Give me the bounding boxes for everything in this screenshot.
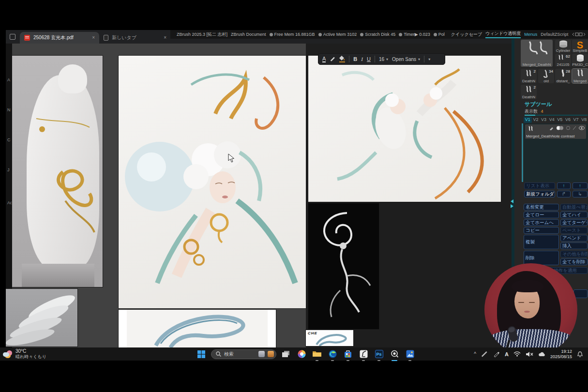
search-highlight-thumb[interactable]: [258, 351, 265, 357]
more-options-chevron-icon[interactable]: ▾: [428, 57, 430, 61]
rename-button[interactable]: 名前変更: [524, 204, 559, 211]
move-up-button[interactable]: ↑: [557, 182, 571, 189]
tool-item[interactable]: 2 DeathN: [521, 85, 537, 99]
delete-other-button[interactable]: その他を削除: [560, 251, 588, 257]
duplicate-button[interactable]: 複製: [524, 235, 559, 249]
tab-close-icon[interactable]: ×: [164, 35, 166, 40]
new-folder-button[interactable]: 新規フォルダ: [524, 191, 555, 197]
taskbar-app-zbrush[interactable]: [358, 348, 369, 360]
taskbar-app-microsoft-store[interactable]: [342, 348, 354, 360]
visibility-eye-icon[interactable]: [579, 126, 585, 130]
italic-button[interactable]: I: [361, 56, 363, 62]
tool-item[interactable]: Merged_DeathN: [521, 40, 553, 67]
tab-new[interactable]: 新しいタブ ×: [99, 32, 171, 44]
list-view-button[interactable]: リスト表示: [524, 182, 555, 189]
panel-collapse-arrows-icon[interactable]: [508, 198, 515, 209]
all-target-button[interactable]: 全てターゲットへ: [560, 219, 588, 226]
tab-v6[interactable]: V6: [564, 117, 572, 123]
polypaint-brush-icon[interactable]: [549, 126, 554, 130]
branch-arrow-button[interactable]: ↳: [573, 191, 588, 197]
tool-item[interactable]: Cylinder: [555, 40, 571, 53]
tab-v5[interactable]: V5: [556, 117, 564, 123]
wifi-icon[interactable]: [513, 351, 521, 357]
search-highlight-thumb[interactable]: [268, 351, 274, 357]
display-count-slider-label[interactable]: 表示数 4: [525, 108, 543, 115]
copy-button[interactable]: コピー: [524, 227, 559, 234]
pen-tool-icon[interactable]: [330, 56, 335, 62]
photo-ribbon: [119, 310, 276, 347]
taskbar-app-screen-recorder[interactable]: [389, 348, 400, 360]
start-button[interactable]: [196, 348, 207, 360]
tool-item[interactable]: PM3D_C: [572, 54, 588, 67]
taskbar-app-edge[interactable]: [327, 348, 338, 360]
pen-icon[interactable]: [493, 351, 500, 357]
font-family-select[interactable]: Open Sans▾: [392, 57, 420, 62]
delete-all-button[interactable]: 全てを削除: [560, 258, 588, 265]
tool-item[interactable]: Merged: [572, 69, 588, 83]
tab-v4[interactable]: V4: [548, 117, 556, 123]
tray-overflow-chevron-icon[interactable]: ^: [474, 351, 476, 357]
zbrush-app-title: ZBrush 2025.3 [拓二 志村]: [177, 31, 227, 38]
insert-button[interactable]: 挿入: [560, 242, 588, 249]
underline-button[interactable]: U: [367, 56, 371, 62]
move-top-button[interactable]: ↑: [573, 182, 588, 189]
tool-item[interactable]: 34 old: [538, 69, 554, 83]
edge-icon: [329, 350, 337, 358]
tab-v2[interactable]: V2: [532, 117, 540, 123]
notification-bell-icon[interactable]: [577, 351, 583, 358]
redo-arrow-button[interactable]: ↱: [557, 191, 571, 197]
menus-button[interactable]: Menus: [524, 32, 537, 37]
subtool-row[interactable]: Merged_DeathNote contrast: [525, 124, 586, 139]
tab-v8[interactable]: V8: [580, 117, 588, 123]
tab-close-icon[interactable]: ×: [92, 35, 95, 40]
onedrive-icon[interactable]: [538, 351, 545, 357]
tool-item[interactable]: 62 241105: [555, 54, 571, 67]
append-button[interactable]: アペンド: [560, 235, 588, 241]
tab-pdf[interactable]: 250628 玄光本.pdf ×: [20, 32, 99, 44]
all-low-button[interactable]: 全てロー: [524, 211, 559, 218]
auto-sort-button[interactable]: 自動並べ替え: [560, 204, 588, 211]
polypaint-toggle-icon[interactable]: [556, 126, 564, 130]
highlight-bucket-icon[interactable]: [339, 56, 345, 62]
quick-save-button[interactable]: クイックセーブ: [451, 31, 482, 38]
search-input[interactable]: 検索: [211, 349, 276, 359]
bold-button[interactable]: B: [353, 56, 357, 62]
status-dot-icon: [270, 33, 273, 36]
subtool-scrollbar[interactable]: [522, 123, 523, 182]
display-count-track[interactable]: [525, 115, 588, 116]
taskbar-app-file-explorer[interactable]: [311, 348, 323, 360]
default-zscript-button[interactable]: DefaultZScript: [541, 32, 568, 37]
layout-preset-icons[interactable]: [572, 32, 586, 37]
taskbar-app-photos[interactable]: [404, 348, 416, 360]
text-color-button[interactable]: A: [322, 56, 326, 62]
stylus-icon[interactable]: [481, 351, 488, 357]
tab-v7[interactable]: V7: [572, 117, 580, 123]
tab-v1[interactable]: V1: [524, 117, 532, 123]
clock[interactable]: 19:12 2025/08/15: [550, 349, 572, 360]
taskbar-app-copilot[interactable]: [296, 348, 307, 360]
paste-button[interactable]: ペースト: [560, 227, 588, 234]
volume-muted-icon[interactable]: [526, 351, 533, 357]
weather-widget[interactable]: 30°C 晴れ時々くもり: [3, 348, 75, 360]
subtool-header[interactable]: サブツール: [525, 101, 552, 108]
browser-window: 250628 玄光本.pdf × 新しいタブ × + A N C J Ac: [6, 30, 512, 347]
task-view-button[interactable]: [280, 348, 292, 360]
uv-toggle-icon[interactable]: [566, 126, 570, 130]
slash-icon[interactable]: [573, 126, 576, 130]
ime-indicator[interactable]: A: [505, 351, 509, 357]
all-high-button[interactable]: 全てハイ: [560, 211, 588, 218]
tool-item[interactable]: 28 distant_: [555, 69, 571, 83]
font-size-select[interactable]: 16▾: [379, 57, 388, 62]
photo-che: CHE: [306, 330, 353, 346]
tool-item[interactable]: S SimpleB: [572, 40, 588, 53]
tray-time: 19:12: [550, 349, 572, 354]
all-home-button[interactable]: 全てホームへ: [524, 219, 559, 226]
tab-v3[interactable]: V3: [540, 117, 548, 123]
weather-icon: [3, 349, 13, 359]
taskbar-app-photoshop[interactable]: Ps: [373, 348, 385, 360]
tab-search-icon[interactable]: [10, 34, 15, 40]
running-indicator: [377, 360, 380, 361]
stat-pol: Pol: [434, 32, 445, 37]
tool-item[interactable]: 2 DeathN: [521, 69, 537, 83]
window-opacity-button[interactable]: ウィンドウ透明度: [485, 30, 521, 38]
